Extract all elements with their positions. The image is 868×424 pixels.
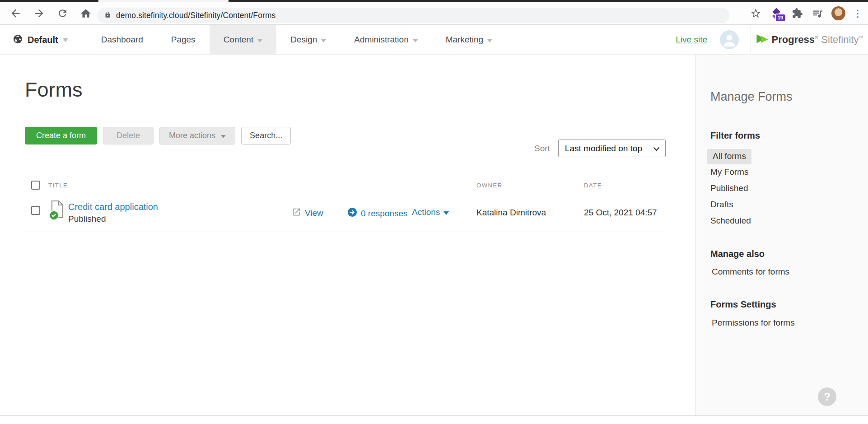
bookmark-star-icon[interactable]: [749, 7, 762, 20]
browser-toolbar: demo.sitefinity.cloud/Sitefinity/Content…: [0, 2, 868, 25]
forward-icon[interactable]: [33, 7, 45, 20]
browser-profile-avatar[interactable]: [831, 6, 845, 20]
brand-progress-text: Progress®: [772, 34, 818, 46]
progress-logo-icon: [756, 33, 769, 47]
brand-sitefinity-text: Sitefinity™: [821, 34, 863, 46]
progress-sitefinity-logo: Progress® Sitefinity™: [751, 25, 868, 54]
page-title: Forms: [25, 78, 83, 102]
chevron-down-icon: [413, 35, 418, 45]
filter-my-forms[interactable]: My Forms: [710, 167, 748, 177]
live-site-link[interactable]: Live site: [676, 35, 707, 45]
filter-scheduled[interactable]: Scheduled: [710, 216, 751, 226]
owner-cell: Katalina Dimitrova: [476, 208, 546, 218]
form-document-icon: [49, 200, 65, 223]
nav-item-design[interactable]: Design: [276, 25, 340, 54]
forms-settings-heading: Forms Settings: [710, 299, 776, 310]
permissions-for-forms-link[interactable]: Permissions for forms: [712, 318, 795, 328]
chevron-down-icon: [257, 35, 262, 45]
main-content: Forms Create a form Delete More actions …: [0, 55, 695, 415]
column-header-date: DATE: [584, 182, 602, 188]
table-header-row: TITLE OWNER DATE: [25, 176, 668, 194]
sort-label: Sort: [534, 144, 550, 154]
site-selector[interactable]: Default: [0, 25, 87, 54]
responses-link[interactable]: 0 responses: [347, 207, 408, 219]
purple-extension-icon[interactable]: 19: [770, 7, 783, 20]
date-cell: 25 Oct, 2021 04:57: [584, 208, 657, 218]
back-icon[interactable]: [9, 7, 22, 20]
search-button[interactable]: Search...: [241, 127, 291, 144]
site-name: Default: [28, 35, 58, 45]
bottom-strip: [0, 415, 868, 424]
nav-item-dashboard[interactable]: Dashboard: [87, 25, 157, 54]
nav-item-pages[interactable]: Pages: [157, 25, 210, 54]
chevron-down-icon: [487, 35, 492, 45]
form-title-link[interactable]: Credit card application: [68, 202, 158, 212]
toolbar: Create a form Delete More actions Search…: [25, 127, 291, 144]
filter-published[interactable]: Published: [710, 183, 748, 193]
manage-also-heading: Manage also: [710, 249, 765, 259]
media-playlist-icon[interactable]: [811, 7, 824, 20]
nav-item-content[interactable]: Content: [210, 25, 277, 54]
forms-table: TITLE OWNER DATE Credit card application…: [25, 176, 668, 232]
sitefinity-navbar: Default Dashboard Pages Content Design A…: [0, 25, 868, 55]
url-text: demo.sitefinity.cloud/Sitefinity/Content…: [116, 11, 275, 20]
nav-item-administration[interactable]: Administration: [340, 25, 431, 54]
external-link-icon: [292, 207, 301, 219]
chevron-down-icon: [321, 35, 326, 45]
delete-button[interactable]: Delete: [103, 127, 154, 144]
column-header-title: TITLE: [48, 182, 68, 188]
filter-drafts[interactable]: Drafts: [710, 200, 733, 210]
column-header-owner: OWNER: [476, 182, 503, 188]
more-actions-button[interactable]: More actions: [159, 127, 235, 144]
nav-item-marketing[interactable]: Marketing: [432, 25, 506, 54]
table-row: Credit card application Published View 0…: [25, 194, 668, 232]
row-checkbox[interactable]: [31, 206, 40, 215]
chevron-down-icon: [221, 131, 226, 140]
address-bar[interactable]: demo.sitefinity.cloud/Sitefinity/Content…: [97, 8, 729, 23]
user-avatar[interactable]: [720, 30, 739, 49]
select-all-checkbox[interactable]: [31, 181, 40, 190]
extension-badge: 19: [775, 14, 786, 22]
browser-menu-icon[interactable]: ⋮: [853, 9, 863, 18]
sort-select[interactable]: Last modified on top: [558, 140, 666, 157]
reload-icon[interactable]: [56, 7, 69, 20]
manage-sidebar: Manage Forms Filter forms All forms My F…: [695, 55, 868, 415]
view-link[interactable]: View: [292, 207, 323, 219]
actions-menu[interactable]: Actions: [412, 207, 449, 217]
chevron-down-icon: [443, 207, 449, 217]
home-icon[interactable]: [79, 7, 92, 20]
create-form-button[interactable]: Create a form: [25, 127, 97, 144]
chevron-down-icon: [63, 36, 68, 44]
lock-icon: [104, 11, 111, 20]
globe-icon: [13, 34, 23, 46]
comments-for-forms-link[interactable]: Comments for forms: [712, 267, 789, 277]
responses-icon: [347, 207, 357, 219]
filter-all-forms[interactable]: All forms: [707, 149, 751, 164]
extensions-puzzle-icon[interactable]: [791, 7, 803, 20]
sidebar-title: Manage Forms: [710, 90, 793, 104]
screen: demo.sitefinity.cloud/Sitefinity/Content…: [0, 0, 868, 424]
help-icon[interactable]: ?: [818, 387, 836, 406]
status-label: Published: [68, 214, 106, 224]
sort-control: Sort Last modified on top: [534, 140, 666, 157]
filter-forms-heading: Filter forms: [710, 130, 760, 141]
select-chevron-icon: [653, 144, 660, 154]
